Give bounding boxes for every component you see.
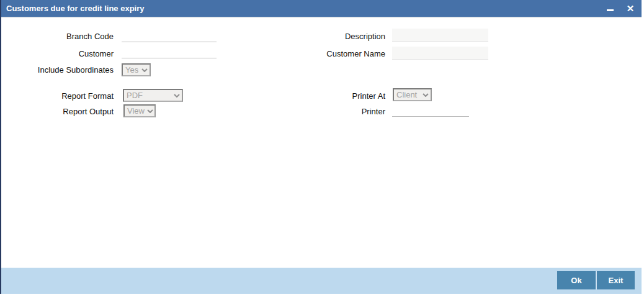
dialog-window: Customers due for credit line expiry ✕ B… — [0, 0, 644, 300]
printer-at-select[interactable]: Client — [393, 88, 432, 101]
minimize-icon — [607, 9, 614, 11]
close-icon: ✕ — [627, 4, 635, 13]
chevron-down-icon — [423, 93, 429, 97]
printer-label: Printer — [273, 106, 385, 117]
customer-input[interactable] — [122, 47, 217, 58]
report-output-label: Report Output — [12, 106, 114, 117]
chevron-down-icon — [147, 109, 153, 113]
include-subordinates-label: Include Subordinates — [12, 65, 114, 76]
close-button[interactable]: ✕ — [622, 0, 638, 16]
printer-input[interactable] — [392, 106, 469, 117]
minimize-button[interactable] — [602, 0, 618, 16]
branch-code-label: Branch Code — [12, 31, 114, 42]
footer-bar — [1, 268, 642, 294]
printer-at-value: Client — [396, 90, 417, 99]
window-border-right — [0, 0, 1, 294]
title-bar: Customers due for credit line expiry — [1, 0, 642, 17]
description-label: Description — [273, 31, 385, 42]
report-format-value: PDF — [127, 91, 143, 100]
include-subordinates-value: Yes — [125, 65, 138, 75]
ok-button[interactable]: Ok — [557, 271, 596, 289]
description-field — [392, 29, 488, 42]
customer-label: Customer — [12, 48, 114, 60]
customer-name-label: Customer Name — [273, 48, 385, 60]
printer-at-label: Printer At — [273, 91, 385, 102]
report-output-select[interactable]: View — [123, 104, 156, 117]
exit-button[interactable]: Exit — [596, 271, 635, 289]
branch-code-input[interactable] — [122, 31, 217, 42]
page-title: Customers due for credit line expiry — [1, 4, 145, 13]
report-format-label: Report Format — [12, 91, 114, 102]
report-output-value: View — [127, 106, 145, 116]
titlebar-divider — [1, 17, 642, 17]
report-format-select[interactable]: PDF — [123, 89, 183, 102]
customer-name-field — [392, 47, 488, 60]
include-subordinates-select[interactable]: Yes — [122, 63, 151, 76]
chevron-down-icon — [141, 68, 148, 72]
chevron-down-icon — [174, 94, 180, 98]
